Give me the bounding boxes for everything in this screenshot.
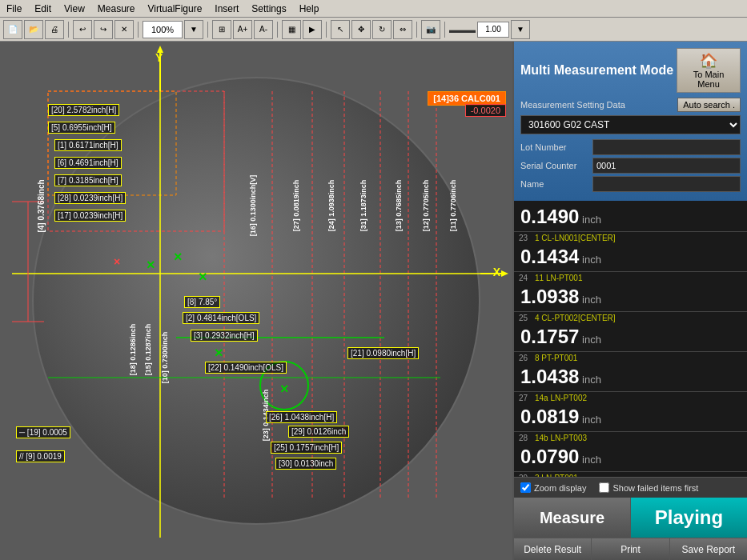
- meas-11-v: [11] 0.7706inch: [449, 180, 457, 232]
- delete-btn[interactable]: ✕: [114, 20, 134, 39]
- measure-button[interactable]: Measure: [514, 498, 631, 538]
- list-item: 26 8 PT-PT001 1.0438 inch: [514, 352, 747, 392]
- item-header: 26 8 PT-PT001: [514, 352, 747, 364]
- flip-btn[interactable]: ⇔: [393, 20, 412, 39]
- name-input[interactable]: [592, 176, 741, 192]
- measurement-dropdown[interactable]: 301600 G02 CAST: [520, 115, 741, 134]
- meas-25: [25] 0.1757inch[H]: [271, 442, 342, 454]
- camera-btn[interactable]: 📷: [421, 20, 440, 39]
- menu-edit[interactable]: Edit: [28, 2, 58, 16]
- fit-btn[interactable]: ⊞: [212, 20, 231, 39]
- rotate-btn[interactable]: ↻: [372, 20, 392, 39]
- value-display: ▬▬▬: [449, 25, 476, 34]
- meas-5: [5] 0.6955inch[H]: [48, 122, 115, 134]
- meas-30: [30] 0.0130inch: [275, 458, 336, 470]
- list-item: 25 4 CL-PT002[CENTER] 0.1757 inch: [514, 312, 747, 352]
- right-panel: Multi Measurement Mode 🏠 To Main Menu Me…: [512, 42, 747, 560]
- meas-21: [21] 0.0980inch[H]: [347, 347, 419, 359]
- name-row: Name: [520, 176, 741, 192]
- checkbox-row: Zoom display Show failed items first: [514, 477, 747, 498]
- save-report-button[interactable]: Save Report: [670, 538, 747, 560]
- show-failed-checkbox[interactable]: [599, 482, 609, 493]
- meas-6: [6] 0.4691inch[H]: [54, 157, 122, 169]
- meas-8: [8] 7.85°: [184, 296, 220, 308]
- item-value: 0.1434 inch: [514, 244, 747, 271]
- meas-24-v: [24] 1.0938inch: [327, 180, 335, 232]
- new-btn[interactable]: 📄: [3, 20, 22, 39]
- menu-settings[interactable]: Settings: [245, 2, 292, 16]
- item-value: 0.0790 inch: [514, 444, 747, 471]
- canvas-area[interactable]: × × × × × × Y X [14]36 CALC001 -0.0020 […: [0, 42, 512, 560]
- value-btn[interactable]: ▼: [511, 20, 530, 39]
- playing-button[interactable]: Playing: [631, 498, 747, 538]
- value-input[interactable]: [477, 22, 509, 38]
- select-btn[interactable]: ↖: [331, 20, 350, 39]
- auto-search-button[interactable]: Auto search .: [677, 98, 741, 112]
- grid-btn[interactable]: ▦: [282, 20, 301, 39]
- meas-22: [22] 0.1490inch[OLS]: [205, 362, 287, 374]
- calc-value: -0.0020: [465, 104, 506, 117]
- menu-insert[interactable]: Insert: [208, 2, 245, 16]
- zoom-out-btn[interactable]: A-: [254, 20, 273, 39]
- meas-28: [28] 0.0239inch[H]: [54, 192, 126, 204]
- zoom-display-checkbox[interactable]: [520, 482, 531, 493]
- meas-15: [15] 0.1287inch: [144, 324, 152, 376]
- move-btn[interactable]: ✥: [351, 20, 371, 39]
- zoom-in-btn[interactable]: A+: [233, 20, 252, 39]
- lot-number-row: Lot Number: [520, 139, 741, 155]
- panel-title: Multi Measurement Mode: [520, 63, 673, 78]
- delete-result-button[interactable]: Delete Result: [514, 538, 592, 560]
- auto-search-row: Measurement Setting Data Auto search .: [520, 98, 741, 112]
- action-buttons: Measure Playing: [514, 498, 747, 538]
- meas-9: // [9] 0.0019: [16, 450, 65, 462]
- list-item: 24 11 LN-PT001 1.0938 inch: [514, 272, 747, 312]
- open-btn[interactable]: 📂: [24, 20, 43, 39]
- serial-counter-input[interactable]: [592, 158, 741, 174]
- menu-view[interactable]: View: [58, 2, 91, 16]
- item-value: 0.1757 inch: [514, 324, 747, 351]
- list-item: 0.1490 inch: [514, 201, 747, 232]
- zoom-display-label[interactable]: Zoom display: [520, 482, 586, 493]
- print-icon[interactable]: 🖨: [45, 20, 64, 39]
- toolbar: 📄 📂 🖨 ↩ ↪ ✕ ▼ ⊞ A+ A- ▦ ▶ ↖ ✥ ↻ ⇔ 📷 ▬▬▬ …: [0, 18, 747, 42]
- item-header: 25 4 CL-PT002[CENTER]: [514, 312, 747, 324]
- lot-number-label: Lot Number: [520, 142, 592, 152]
- meas-19: ─ [19] 0.0005: [16, 426, 70, 438]
- menu-measure[interactable]: Measure: [91, 2, 142, 16]
- x-axis-label: X: [493, 266, 500, 278]
- meas-26: [26] 1.0438inch[H]: [266, 411, 337, 423]
- measurements-list[interactable]: 0.1490 inch 23 1 CL-LN001[CENTER] 0.1434…: [514, 201, 747, 477]
- show-failed-label[interactable]: Show failed items first: [599, 482, 698, 493]
- meas-16: [16] 0.1300inch[V]: [249, 175, 257, 237]
- meas-20: [20] 2.5782inch[H]: [48, 104, 119, 116]
- play-btn[interactable]: ▶: [303, 20, 322, 39]
- menu-help[interactable]: Help: [293, 2, 326, 16]
- serial-counter-label: Serial Counter: [520, 161, 592, 170]
- redo-btn[interactable]: ↪: [94, 20, 113, 39]
- meas-31-v: [31] 1.1873inch: [359, 180, 367, 232]
- undo-btn[interactable]: ↩: [73, 20, 92, 39]
- menubar: File Edit View Measure VirtualFigure Ins…: [0, 0, 747, 18]
- to-main-button[interactable]: 🏠 To Main Menu: [677, 48, 741, 93]
- zoom-dropdown[interactable]: ▼: [184, 20, 203, 39]
- measurement-setting-label: Measurement Setting Data: [520, 100, 625, 110]
- menu-file[interactable]: File: [0, 2, 28, 16]
- item-value: 0.1490 inch: [514, 204, 747, 231]
- name-label: Name: [520, 179, 592, 189]
- meas-4: [4] 0.3768inch: [37, 179, 46, 232]
- meas-7: [7] 0.3185inch[H]: [54, 174, 122, 186]
- lot-number-input[interactable]: [592, 139, 741, 155]
- sep5: [326, 22, 327, 38]
- svg-marker-26: [501, 270, 508, 277]
- item-value: 1.0438 inch: [514, 364, 747, 391]
- y-axis-label: Y: [155, 51, 163, 64]
- zoom-input[interactable]: [143, 21, 183, 38]
- footer-buttons: Delete Result Print Save Report: [514, 538, 747, 560]
- meas-1: [1] 0.6171inch[H]: [54, 139, 122, 151]
- bottom-buttons: Measure Playing Delete Result Print Save…: [514, 498, 747, 560]
- main-area: × × × × × × Y X [14]36 CALC001 -0.0020 […: [0, 42, 747, 560]
- meas-10: [10] 0.7300inch: [161, 332, 169, 384]
- print-button[interactable]: Print: [592, 538, 669, 560]
- menu-virtualfigure[interactable]: VirtualFigure: [142, 2, 209, 16]
- panel-header: Multi Measurement Mode 🏠 To Main Menu Me…: [514, 42, 747, 201]
